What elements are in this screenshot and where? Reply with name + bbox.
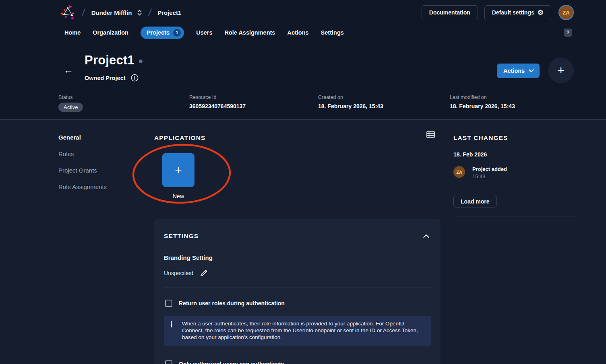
pencil-icon [200,269,208,277]
header-region: / Dunder Mifflin / Project1 Documentatio… [0,0,606,120]
return-roles-label[interactable]: Return user roles during authentication [179,300,285,306]
new-application-label: New [162,193,194,199]
meta-status: Status Active [58,95,83,112]
collapse-section-button[interactable] [422,232,431,240]
settings-heading: SETTINGS [164,232,199,240]
info-i-icon [170,321,173,327]
resource-id-value: 360592340764590137 [189,103,246,109]
branding-setting-value: Unspecified [164,270,193,276]
breadcrumb-org[interactable]: Dunder Mifflin [91,9,132,16]
meta-resource-id: Resource Id 360592340764590137 [189,95,246,109]
roles-info-text: When a user authenticates, their role in… [182,320,420,341]
tab-projects-label: Projects [147,29,170,36]
chevron-up-icon [423,234,429,238]
default-settings-button[interactable]: Default settings ⚙ [484,5,551,20]
applications-heading: APPLICATIONS [154,134,205,142]
last-changes-heading: LAST CHANGES [453,134,508,142]
breadcrumb-project[interactable]: Project1 [157,9,181,16]
project-detail-page: / Dunder Mifflin / Project1 Documentatio… [0,0,606,364]
change-event-row: ZA Project added 15:43 [453,166,507,179]
project-state-dot [139,60,143,63]
documentation-button[interactable]: Documentation [422,5,478,20]
plus-icon: + [175,163,182,177]
breadcrumb-separator: / [148,7,152,18]
subtitle-row: Owned Project [85,74,139,82]
topbar: / Dunder Mifflin / Project1 Documentatio… [0,0,606,25]
actions-label: Actions [503,68,525,74]
documentation-label: Documentation [429,9,470,16]
info-icon[interactable] [131,74,139,82]
new-application-button[interactable]: + [162,153,194,187]
last-modified-label: Last modified on [450,95,515,100]
return-roles-checkbox[interactable] [165,300,172,307]
branding-setting-label: Branding Setting [164,254,431,261]
zitadel-logo-icon[interactable] [60,4,76,21]
sidebar-item-general[interactable]: General [58,134,81,141]
breadcrumb-separator: / [81,7,86,18]
authorized-users-label[interactable]: Only authorized users can authenticate [179,361,284,364]
help-button[interactable]: ? [564,29,572,37]
add-application-fab[interactable]: + [548,58,574,83]
org-switcher-icon[interactable] [137,9,142,16]
sidebar-item-project-grants[interactable]: Project Grants [58,167,97,174]
tab-actions[interactable]: Actions [287,29,308,36]
roles-info-box: When a user authenticates, their role in… [164,316,431,346]
tab-projects[interactable]: Projects 1 [141,27,184,39]
chevron-down-icon [529,69,534,73]
divider [453,216,575,216]
tab-organization[interactable]: Organization [93,29,128,36]
event-title: Project added [472,166,507,172]
main-tabs: Home Organization Projects 1 Users Role … [64,26,344,39]
gear-icon: ⚙ [538,9,544,16]
tab-users[interactable]: Users [196,29,212,36]
meta-last-modified: Last modified on 18. February 2026, 15:4… [450,95,515,109]
tab-projects-count-badge: 1 [173,29,181,37]
page-title: Project1 [85,53,134,68]
edit-branding-button[interactable] [200,269,208,277]
back-button[interactable]: ← [64,64,73,76]
sidebar-item-role-assignments[interactable]: Role Assignments [58,183,107,190]
tab-home[interactable]: Home [64,29,81,36]
last-modified-value: 18. February 2026, 15:43 [450,103,515,109]
event-time: 15:43 [472,173,507,179]
status-label: Status [58,95,83,100]
actions-dropdown-button[interactable]: Actions [497,64,540,78]
event-avatar: ZA [453,166,465,178]
resource-id-label: Resource Id [189,95,246,100]
tab-settings[interactable]: Settings [321,29,344,36]
created-on-label: Created on [318,95,383,100]
user-avatar[interactable]: ZA [558,5,574,20]
page-title-row: Project1 [85,53,143,68]
divider [164,288,431,288]
tab-role-assignments[interactable]: Role Assignments [224,29,275,36]
settings-card: SETTINGS Branding Setting Unspecified Re… [154,219,441,364]
authorized-users-checkbox[interactable] [165,360,172,364]
status-badge: Active [58,103,83,112]
table-view-icon[interactable] [426,131,435,138]
meta-created-on: Created on 18. February 2026, 15:43 [318,95,383,109]
sidebar-item-roles[interactable]: Roles [58,150,74,157]
return-roles-checkbox-row: Return user roles during authentication [165,300,431,307]
load-more-button[interactable]: Load more [453,195,497,208]
created-on-value: 18. February 2026, 15:43 [318,103,383,109]
last-changes-date: 18. Feb 2026 [453,151,487,158]
project-type-label: Owned Project [85,75,126,81]
default-settings-label: Default settings [492,9,534,16]
authorized-users-checkbox-row: Only authorized users can authenticate [165,360,431,364]
